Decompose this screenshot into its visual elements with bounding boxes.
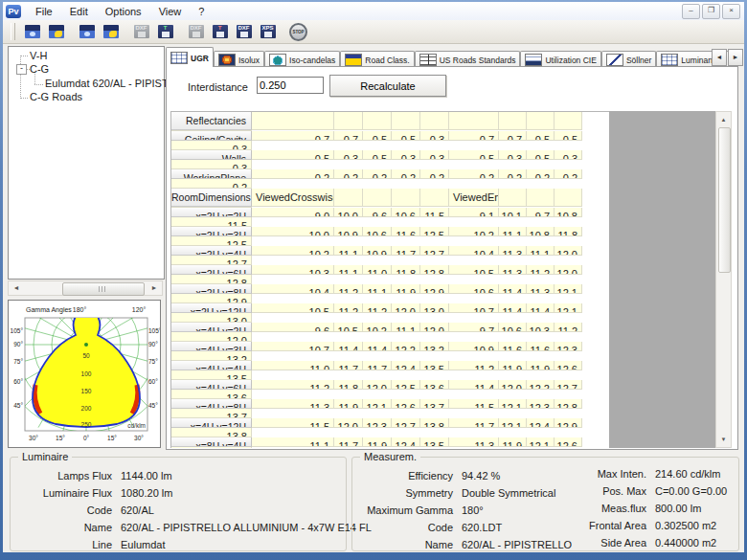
tab-road-class-[interactable]: Road Class. bbox=[340, 51, 414, 67]
table-cell: 11.1 bbox=[363, 284, 392, 294]
row-label: x=2H y=3H bbox=[171, 227, 252, 236]
scroll-down-arrow-icon[interactable]: ▼ bbox=[717, 433, 730, 446]
table-cell: 11.2 bbox=[449, 361, 499, 370]
scroll-left-arrow-icon[interactable]: ◄ bbox=[10, 282, 23, 294]
field-row: Lamps Flux1144.00 lm bbox=[16, 467, 372, 484]
table-cell: 12.1 bbox=[499, 399, 527, 409]
table-cell: 10.4 bbox=[252, 284, 334, 294]
measurement-title: Measurem. bbox=[360, 451, 420, 462]
scrollbar-thumb[interactable] bbox=[62, 282, 145, 296]
table-cell: 0.3 bbox=[392, 150, 420, 160]
save-xps-button[interactable]: XPS bbox=[257, 22, 279, 42]
table-cell: 12.7 bbox=[392, 418, 420, 428]
table-cell: 11.9 bbox=[363, 437, 392, 447]
tree-item-cg[interactable]: C-G bbox=[28, 63, 51, 76]
tab-s-llner[interactable]: Söllner bbox=[601, 51, 656, 67]
save-disabled-1-button[interactable]: DXF bbox=[130, 22, 152, 42]
open-vh-button[interactable] bbox=[21, 22, 43, 42]
tab-isolux[interactable]: Isolux bbox=[214, 51, 264, 67]
table-row: x=2H y=3H10.010.910.611.612.510.211.110.… bbox=[171, 227, 609, 246]
field-label: Name bbox=[16, 522, 121, 533]
polar-label: 200 bbox=[81, 405, 92, 412]
table-cell: 11.4 bbox=[499, 303, 527, 313]
field-row: Side Area0.440000 m2 bbox=[539, 534, 727, 551]
table-cell: 11.8 bbox=[392, 265, 420, 275]
menu-item-edit[interactable]: Edit bbox=[61, 4, 97, 19]
table-cell: 11.3 bbox=[499, 265, 527, 275]
minimize-button[interactable]: – bbox=[682, 4, 700, 19]
table-cell: 11.2 bbox=[334, 284, 363, 294]
tab-scroll-right-button[interactable]: ► bbox=[728, 49, 743, 66]
table-cell bbox=[555, 189, 582, 207]
tree-line bbox=[20, 56, 21, 99]
field-label: Name bbox=[352, 539, 462, 550]
table-cell: 12.8 bbox=[420, 265, 449, 275]
tab-iso-candelas[interactable]: Iso-candelas bbox=[264, 51, 340, 67]
table-row: Walls0.50.30.50.30.30.50.30.50.30.3 bbox=[171, 150, 609, 169]
table-cell: 11.9 bbox=[527, 361, 555, 370]
field-value: 180° bbox=[462, 504, 484, 516]
scroll-up-arrow-icon[interactable]: ▲ bbox=[717, 113, 730, 126]
doc-blue-icon bbox=[79, 25, 95, 38]
tab-utilization-cie[interactable]: Utilization CIE bbox=[520, 51, 600, 67]
field-label: Lamps Flux bbox=[16, 470, 121, 482]
polar-label: 60° bbox=[148, 378, 158, 385]
save-disabled-2-button[interactable]: DXF bbox=[185, 22, 207, 42]
menu-item-view[interactable]: View bbox=[150, 4, 191, 19]
table-row: Reflectancies bbox=[171, 112, 609, 131]
save-dxf-button[interactable]: DXF bbox=[233, 22, 255, 42]
table-cell: 11.0 bbox=[363, 265, 392, 275]
ugr-tab-icon bbox=[170, 52, 188, 64]
menu-item-file[interactable]: File bbox=[27, 4, 61, 19]
tree-item-cg-roads[interactable]: C-G Roads bbox=[28, 91, 84, 103]
app-icon[interactable]: Pv bbox=[6, 5, 21, 18]
close-button[interactable]: × bbox=[722, 4, 740, 19]
table-cell: 9.6 bbox=[363, 208, 392, 217]
table-row: x=4H y=6H11.211.812.012.513.611.412.012.… bbox=[171, 380, 609, 399]
tree-item-vh[interactable]: V-H bbox=[28, 50, 49, 62]
utilcie-tab-icon bbox=[525, 54, 542, 66]
open-cg-edit-button[interactable] bbox=[100, 22, 122, 42]
table-cell: 0.2 bbox=[363, 169, 392, 179]
table-cell bbox=[499, 189, 527, 207]
table-cell: 12.4 bbox=[527, 418, 555, 428]
table-cell bbox=[363, 112, 392, 130]
menu-item-[interactable]: ? bbox=[190, 4, 213, 19]
scroll-right-arrow-icon[interactable]: ► bbox=[147, 282, 161, 294]
table-cell: 11.0 bbox=[252, 361, 334, 370]
tab-label: Iso-candelas bbox=[289, 56, 335, 65]
table-cell: 10.5 bbox=[449, 265, 499, 275]
ugr-tab-page: Interdistance Recalculate ReflectanciesC… bbox=[166, 66, 738, 450]
stop-button[interactable]: STOP bbox=[287, 22, 309, 42]
polar-label: 45° bbox=[148, 402, 158, 409]
table-cell: 0.3 bbox=[420, 150, 449, 160]
table-vertical-scrollbar[interactable]: ▲ ▼ bbox=[715, 111, 732, 448]
tab-scroll-left-button[interactable]: ◄ bbox=[712, 49, 727, 66]
table-cell: 12.4 bbox=[392, 361, 420, 370]
tab-us-roads-standards[interactable]: US Roads Standards bbox=[415, 51, 521, 67]
interdistance-input[interactable] bbox=[257, 77, 324, 94]
table-cell: 0.2 bbox=[334, 169, 363, 179]
tab-ugr[interactable]: UGR bbox=[166, 47, 214, 67]
open-vh-edit-button[interactable] bbox=[45, 22, 67, 42]
tree-expander-cg[interactable]: - bbox=[16, 64, 27, 75]
tree-horizontal-scrollbar[interactable]: ◄ ► bbox=[8, 280, 163, 296]
save-t-green-button[interactable]: T bbox=[154, 22, 176, 42]
restore-button[interactable]: ❐ bbox=[702, 4, 720, 19]
table-cell: 10.3 bbox=[527, 323, 555, 332]
toolbar-grip[interactable] bbox=[11, 23, 15, 40]
open-cg-button[interactable] bbox=[76, 22, 98, 42]
table-cell: 9.6 bbox=[252, 323, 334, 332]
polar-label: 105° bbox=[148, 327, 160, 334]
table-cell: 0.3 bbox=[171, 160, 252, 169]
polar-label: 30° bbox=[29, 435, 38, 441]
luminaire-title: Luminaire bbox=[18, 451, 72, 462]
save-t-red-button[interactable]: T bbox=[209, 22, 231, 42]
recalculate-button[interactable]: Recalculate bbox=[329, 75, 446, 97]
polar-label: 15° bbox=[107, 435, 117, 441]
table-cell: 12.4 bbox=[392, 437, 420, 447]
menu-item-options[interactable]: Options bbox=[97, 4, 150, 19]
gamma-polar-diagram: Gamma Angles180°120°105°105°90°90°75°75°… bbox=[9, 301, 160, 447]
polar-label: 90° bbox=[148, 341, 158, 347]
scrollbar-thumb[interactable] bbox=[718, 127, 731, 273]
